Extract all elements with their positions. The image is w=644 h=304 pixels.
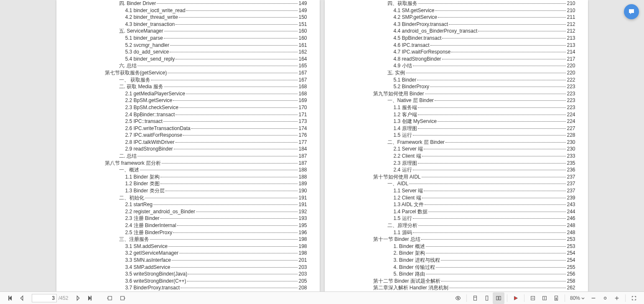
zoom-in-button[interactable] (611, 292, 623, 304)
toc-entry[interactable]: 5.2 BinderProxy223 (337, 83, 575, 90)
zoom-level-label[interactable]: 80% (570, 295, 585, 301)
toc-entry[interactable]: 四、获取服务210 (337, 0, 575, 7)
toc-entry[interactable]: 1.3 AIDL 文件243 (337, 201, 575, 208)
toc-entry[interactable]: 2.1 getMediaPlayerService168 (69, 90, 307, 97)
rotate-right-button[interactable] (117, 292, 128, 304)
toc-entry[interactable]: 第十节如何使用 AIDL237 (337, 174, 575, 181)
toc-entry[interactable]: 第十一节 Binder 总结253 (337, 236, 575, 243)
toc-entry[interactable]: 4.6 IPC.transact213 (337, 42, 575, 49)
toc-entry[interactable]: 3.7 BinderProxy.transact208 (69, 284, 307, 291)
toc-entry[interactable]: 2.5 注册 BinderProxy196 (69, 229, 307, 236)
toc-entry[interactable]: 2.2 register_android_os_Binder192 (69, 208, 307, 215)
toc-entry[interactable]: 5.2 svcmgr_handler161 (69, 42, 307, 49)
toc-entry[interactable]: 5.1 binder_parse160 (69, 35, 307, 42)
next-page-button[interactable] (72, 292, 84, 304)
toc-entry[interactable]: 1.1 Server 端237 (337, 187, 575, 194)
toc-entry[interactable]: 2.5 IPC::transact173 (69, 118, 307, 125)
toc-entry[interactable]: 4.3 binder_transaction151 (69, 21, 307, 28)
toc-entry[interactable]: 2.3 原理图235 (337, 160, 575, 167)
toc-entry[interactable]: 五. ServiceManager160 (69, 28, 307, 35)
toc-entry[interactable]: 第八节 framework 层分析187 (69, 160, 307, 167)
toc-entry[interactable]: 二、Framework 层 Binder230 (337, 139, 575, 146)
toc-entry[interactable]: 一、 获取服务167 (69, 77, 307, 84)
toc-entry[interactable]: 5.3 do_add_service162 (69, 49, 307, 56)
toc-entry[interactable]: 3.6 writeStrongBinder(C++)205 (69, 278, 307, 285)
toc-entry[interactable]: 二、原理分析248 (337, 222, 575, 229)
toc-entry[interactable]: 4.5 BpBinder.transact213 (337, 35, 575, 42)
toc-entry[interactable]: 第九节如何使用 Binder223 (337, 90, 575, 97)
toc-entry[interactable]: 5. Binder 路由256 (337, 271, 575, 278)
toc-entry[interactable]: 2.2 Client 端233 (337, 153, 575, 160)
toc-entry[interactable]: 五. 实例220 (337, 69, 575, 77)
toc-entry[interactable]: 1.3 创建 MyService224 (337, 118, 575, 125)
slideshow-button[interactable] (510, 292, 522, 304)
continuous-page-button[interactable] (481, 292, 493, 304)
toc-entry[interactable]: 4.1 binder_ioctl_write_read149 (69, 7, 307, 14)
toc-entry[interactable]: 4.2 SMP.getService211 (337, 14, 575, 21)
toc-entry[interactable]: 2.8 IPC.talkWithDriver177 (69, 139, 307, 146)
prev-page-button[interactable] (16, 292, 28, 304)
toc-entry[interactable]: 4.2 binder_thread_write150 (69, 14, 307, 21)
last-page-button[interactable] (84, 292, 96, 304)
toc-entry[interactable]: 3. Binder 进程与线程254 (337, 257, 575, 264)
toc-entry[interactable]: 1. Binder 概述253 (337, 243, 575, 250)
toc-entry[interactable]: 4.9 小结220 (337, 62, 575, 69)
toc-entry[interactable]: 二. 获取 Media 服务168 (69, 83, 307, 90)
toc-entry[interactable]: 1.5 运行228 (337, 132, 575, 139)
rotate-left-button[interactable] (104, 292, 116, 304)
toc-entry[interactable]: 2.6 IPC.writeTransactionData174 (69, 125, 307, 132)
toc-entry[interactable]: 一、概述188 (69, 166, 307, 174)
toc-entry[interactable]: 2.1 startReg191 (69, 201, 307, 208)
actual-size-button[interactable]: 1 (550, 292, 562, 304)
toc-entry[interactable]: 3.3 SMN.asInterface201 (69, 257, 307, 264)
toc-entry[interactable]: 三、注册服务198 (69, 236, 307, 243)
toc-entry[interactable]: 1.1 源码248 (337, 229, 575, 236)
toc-entry[interactable]: 3.1 SM.addService198 (69, 243, 307, 250)
zoom-slider-button[interactable] (599, 292, 611, 304)
toc-entry[interactable]: 一、Native 层 Binder223 (337, 97, 575, 104)
toc-entry[interactable]: 1.1 Binder 架构188 (69, 174, 307, 181)
single-page-button[interactable] (469, 292, 481, 304)
toc-entry[interactable]: 1.5 运行246 (337, 215, 575, 222)
toc-entry[interactable]: 一、AIDL237 (337, 180, 575, 187)
toc-entry[interactable]: 2.7 IPC.waitForResponse176 (69, 132, 307, 139)
toc-entry[interactable]: 2. Binder 架构254 (337, 250, 575, 257)
toc-entry[interactable]: 1.2 Binder 类图189 (69, 180, 307, 187)
zoom-out-button[interactable] (588, 292, 599, 304)
toc-entry[interactable]: 2.4 注册 BinderInternal195 (69, 222, 307, 229)
current-page-input[interactable] (32, 294, 57, 302)
toc-entry[interactable]: 第七节获取服务(getService)167 (69, 69, 307, 77)
toc-entry[interactable]: 第二章深入解析 Handler 消息机制262 (337, 284, 575, 291)
toc-entry[interactable]: 4.8 readStrongBinder217 (337, 56, 575, 63)
toc-entry[interactable]: 4.3 BinderProxy.transact212 (337, 21, 575, 28)
toc-entry[interactable]: 3.2 getIServiceManager198 (69, 250, 307, 257)
toc-entry[interactable]: 四. Binder Driver149 (69, 0, 307, 7)
toc-entry[interactable]: 2.9 readStrongBinder184 (69, 146, 307, 153)
toc-entry[interactable]: 3.4 SMP.addService203 (69, 264, 307, 271)
toc-entry[interactable]: 2.1 Server 端230 (337, 146, 575, 153)
toc-entry[interactable]: 1.3 Binder 类分层190 (69, 187, 307, 194)
toc-entry[interactable]: 4.7 IPC.waitForResponse214 (337, 49, 575, 56)
toc-entry[interactable]: 4. Binder 传输过程255 (337, 264, 575, 271)
toc-entry[interactable]: 1.2 Client 端239 (337, 194, 575, 202)
eye-protection-button[interactable] (452, 292, 464, 304)
toc-entry[interactable]: 第十二节 Binder 面试题全解析258 (337, 278, 575, 285)
fit-page-button[interactable] (539, 292, 550, 304)
toc-entry[interactable]: 5.4 binder_send_reply164 (69, 56, 307, 63)
toc-entry[interactable]: 1.4 原理图227 (337, 125, 575, 132)
fullscreen-button[interactable] (628, 292, 640, 304)
toc-entry[interactable]: 2.3 注册 Binder193 (69, 215, 307, 222)
toc-entry[interactable]: 六. 总结165 (69, 62, 307, 69)
toc-entry[interactable]: 1.2 客户端224 (337, 111, 575, 118)
toc-entry[interactable]: 2.3 BpSM.checkService170 (69, 104, 307, 111)
toc-entry[interactable]: 二、初始化191 (69, 194, 307, 202)
toc-entry[interactable]: 4.1 SM.getService210 (337, 7, 575, 14)
toc-entry[interactable]: 1.4 Parcel 数据244 (337, 208, 575, 215)
toc-entry[interactable]: 2.4 运行236 (337, 166, 575, 174)
toc-entry[interactable]: 4.4 android_os_BinderProxy_transact212 (337, 28, 575, 35)
toc-entry[interactable]: 1.1 服务端223 (337, 104, 575, 111)
toc-entry[interactable]: 二. 总结187 (69, 153, 307, 160)
first-page-button[interactable] (4, 292, 16, 304)
two-page-button[interactable] (493, 292, 504, 304)
fit-width-button[interactable] (527, 292, 539, 304)
